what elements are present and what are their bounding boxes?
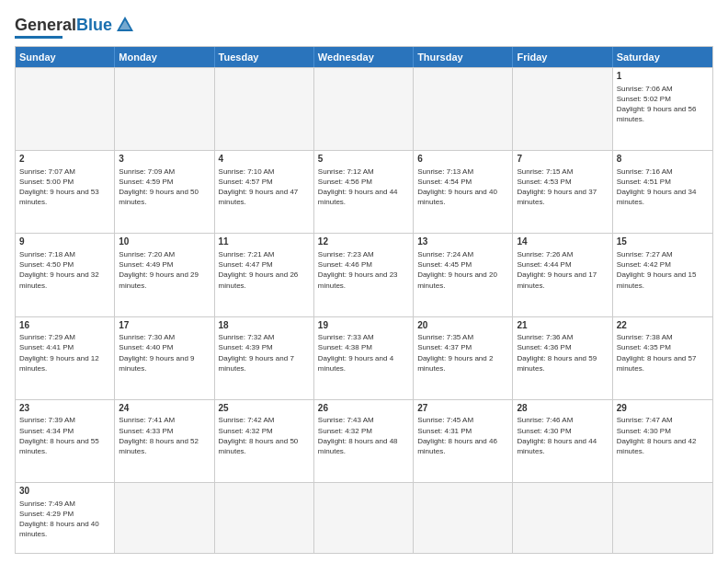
cal-cell-empty	[115, 68, 214, 150]
header-tuesday: Tuesday	[215, 47, 314, 67]
day-number: 23	[19, 402, 110, 415]
cal-cell-14: 14Sunrise: 7:26 AMSunset: 4:44 PMDayligh…	[513, 234, 612, 316]
cal-cell-22: 22Sunrise: 7:38 AMSunset: 4:35 PMDayligh…	[613, 317, 712, 399]
sun-info: Sunrise: 7:10 AMSunset: 4:57 PMDaylight:…	[219, 167, 310, 208]
cal-cell-18: 18Sunrise: 7:32 AMSunset: 4:39 PMDayligh…	[215, 317, 314, 399]
cal-cell-empty	[115, 483, 214, 553]
cal-cell-13: 13Sunrise: 7:24 AMSunset: 4:45 PMDayligh…	[414, 234, 513, 316]
sun-info: Sunrise: 7:21 AMSunset: 4:47 PMDaylight:…	[219, 249, 310, 291]
sun-info: Sunrise: 7:13 AMSunset: 4:54 PMDaylight:…	[417, 167, 508, 208]
sun-info: Sunrise: 7:16 AMSunset: 4:51 PMDaylight:…	[617, 167, 709, 208]
logo-text: GeneralBlue	[15, 16, 112, 35]
day-number: 15	[617, 236, 709, 248]
sun-info: Sunrise: 7:33 AMSunset: 4:38 PMDaylight:…	[318, 332, 409, 373]
cal-cell-empty	[613, 483, 712, 553]
day-number: 12	[318, 236, 409, 248]
sun-info: Sunrise: 7:24 AMSunset: 4:45 PMDaylight:…	[417, 249, 508, 291]
cal-cell-25: 25Sunrise: 7:42 AMSunset: 4:32 PMDayligh…	[215, 400, 314, 482]
day-number: 5	[318, 153, 409, 166]
day-number: 28	[517, 402, 608, 415]
cal-cell-empty	[513, 68, 612, 150]
sun-info: Sunrise: 7:12 AMSunset: 4:56 PMDaylight:…	[318, 167, 409, 208]
cal-cell-11: 11Sunrise: 7:21 AMSunset: 4:47 PMDayligh…	[215, 234, 314, 316]
cal-cell-empty	[414, 483, 513, 553]
cal-cell-19: 19Sunrise: 7:33 AMSunset: 4:38 PMDayligh…	[314, 317, 414, 399]
day-number: 4	[219, 153, 310, 166]
sun-info: Sunrise: 7:07 AMSunset: 5:00 PMDaylight:…	[19, 167, 110, 208]
cal-cell-29: 29Sunrise: 7:47 AMSunset: 4:30 PMDayligh…	[613, 400, 712, 482]
week-row-3: 9Sunrise: 7:18 AMSunset: 4:50 PMDaylight…	[16, 233, 712, 316]
cal-cell-4: 4Sunrise: 7:10 AMSunset: 4:57 PMDaylight…	[215, 151, 314, 233]
header-monday: Monday	[115, 47, 214, 67]
cal-cell-15: 15Sunrise: 7:27 AMSunset: 4:42 PMDayligh…	[613, 234, 712, 316]
sun-info: Sunrise: 7:09 AMSunset: 4:59 PMDaylight:…	[119, 167, 210, 208]
day-number: 2	[19, 153, 110, 166]
day-number: 7	[517, 153, 608, 166]
day-number: 11	[219, 236, 310, 248]
calendar-header: Sunday Monday Tuesday Wednesday Thursday…	[16, 47, 712, 67]
sun-info: Sunrise: 7:20 AMSunset: 4:49 PMDaylight:…	[119, 249, 210, 291]
cal-cell-5: 5Sunrise: 7:12 AMSunset: 4:56 PMDaylight…	[314, 151, 414, 233]
cal-cell-23: 23Sunrise: 7:39 AMSunset: 4:34 PMDayligh…	[16, 400, 115, 482]
week-row-1: 1Sunrise: 7:06 AMSunset: 5:02 PMDaylight…	[16, 67, 712, 150]
cal-cell-2: 2Sunrise: 7:07 AMSunset: 5:00 PMDaylight…	[16, 151, 115, 233]
logo-underline	[15, 36, 63, 39]
calendar: Sunday Monday Tuesday Wednesday Thursday…	[15, 46, 713, 554]
sun-info: Sunrise: 7:45 AMSunset: 4:31 PMDaylight:…	[417, 415, 508, 456]
sun-info: Sunrise: 7:18 AMSunset: 4:50 PMDaylight:…	[19, 249, 110, 291]
sun-info: Sunrise: 7:35 AMSunset: 4:37 PMDaylight:…	[417, 332, 508, 373]
day-number: 29	[617, 402, 709, 415]
day-number: 8	[617, 153, 709, 166]
cal-cell-3: 3Sunrise: 7:09 AMSunset: 4:59 PMDaylight…	[115, 151, 214, 233]
day-number: 17	[119, 319, 210, 332]
sun-info: Sunrise: 7:46 AMSunset: 4:30 PMDaylight:…	[517, 415, 608, 456]
logo: GeneralBlue	[15, 15, 135, 39]
calendar-body: 1Sunrise: 7:06 AMSunset: 5:02 PMDaylight…	[16, 67, 712, 553]
header-sunday: Sunday	[16, 47, 115, 67]
logo-icon	[115, 15, 135, 35]
day-number: 3	[119, 153, 210, 166]
cal-cell-28: 28Sunrise: 7:46 AMSunset: 4:30 PMDayligh…	[513, 400, 612, 482]
week-row-2: 2Sunrise: 7:07 AMSunset: 5:00 PMDaylight…	[16, 150, 712, 233]
sun-info: Sunrise: 7:42 AMSunset: 4:32 PMDaylight:…	[219, 415, 310, 456]
sun-info: Sunrise: 7:23 AMSunset: 4:46 PMDaylight:…	[318, 249, 409, 291]
week-row-5: 23Sunrise: 7:39 AMSunset: 4:34 PMDayligh…	[16, 399, 712, 482]
cal-cell-20: 20Sunrise: 7:35 AMSunset: 4:37 PMDayligh…	[414, 317, 513, 399]
header-wednesday: Wednesday	[314, 47, 414, 67]
cal-cell-12: 12Sunrise: 7:23 AMSunset: 4:46 PMDayligh…	[314, 234, 414, 316]
day-number: 30	[19, 485, 110, 498]
day-number: 22	[617, 319, 709, 332]
cal-cell-10: 10Sunrise: 7:20 AMSunset: 4:49 PMDayligh…	[115, 234, 214, 316]
sun-info: Sunrise: 7:29 AMSunset: 4:41 PMDaylight:…	[19, 332, 110, 373]
sun-info: Sunrise: 7:39 AMSunset: 4:34 PMDaylight:…	[19, 415, 110, 456]
sun-info: Sunrise: 7:43 AMSunset: 4:32 PMDaylight:…	[318, 415, 409, 456]
cal-cell-26: 26Sunrise: 7:43 AMSunset: 4:32 PMDayligh…	[314, 400, 414, 482]
cal-cell-1: 1Sunrise: 7:06 AMSunset: 5:02 PMDaylight…	[613, 68, 712, 150]
day-number: 16	[19, 319, 110, 332]
header-friday: Friday	[513, 47, 612, 67]
cal-cell-empty	[513, 483, 612, 553]
sun-info: Sunrise: 7:27 AMSunset: 4:42 PMDaylight:…	[617, 249, 709, 291]
sun-info: Sunrise: 7:26 AMSunset: 4:44 PMDaylight:…	[517, 249, 608, 291]
cal-cell-8: 8Sunrise: 7:16 AMSunset: 4:51 PMDaylight…	[613, 151, 712, 233]
day-number: 25	[219, 402, 310, 415]
cal-cell-empty	[215, 68, 314, 150]
day-number: 24	[119, 402, 210, 415]
cal-cell-24: 24Sunrise: 7:41 AMSunset: 4:33 PMDayligh…	[115, 400, 214, 482]
sun-info: Sunrise: 7:36 AMSunset: 4:36 PMDaylight:…	[517, 332, 608, 373]
cal-cell-7: 7Sunrise: 7:15 AMSunset: 4:53 PMDaylight…	[513, 151, 612, 233]
day-number: 10	[119, 236, 210, 248]
sun-info: Sunrise: 7:49 AMSunset: 4:29 PMDaylight:…	[19, 499, 110, 540]
cal-cell-empty	[16, 68, 115, 150]
sun-info: Sunrise: 7:06 AMSunset: 5:02 PMDaylight:…	[617, 84, 709, 125]
sun-info: Sunrise: 7:30 AMSunset: 4:40 PMDaylight:…	[119, 332, 210, 373]
sun-info: Sunrise: 7:47 AMSunset: 4:30 PMDaylight:…	[617, 415, 709, 456]
day-number: 27	[417, 402, 508, 415]
day-number: 20	[417, 319, 508, 332]
cal-cell-30: 30Sunrise: 7:49 AMSunset: 4:29 PMDayligh…	[16, 483, 115, 553]
cal-cell-27: 27Sunrise: 7:45 AMSunset: 4:31 PMDayligh…	[414, 400, 513, 482]
day-number: 18	[219, 319, 310, 332]
week-row-6: 30Sunrise: 7:49 AMSunset: 4:29 PMDayligh…	[16, 482, 712, 553]
cal-cell-6: 6Sunrise: 7:13 AMSunset: 4:54 PMDaylight…	[414, 151, 513, 233]
day-number: 19	[318, 319, 409, 332]
